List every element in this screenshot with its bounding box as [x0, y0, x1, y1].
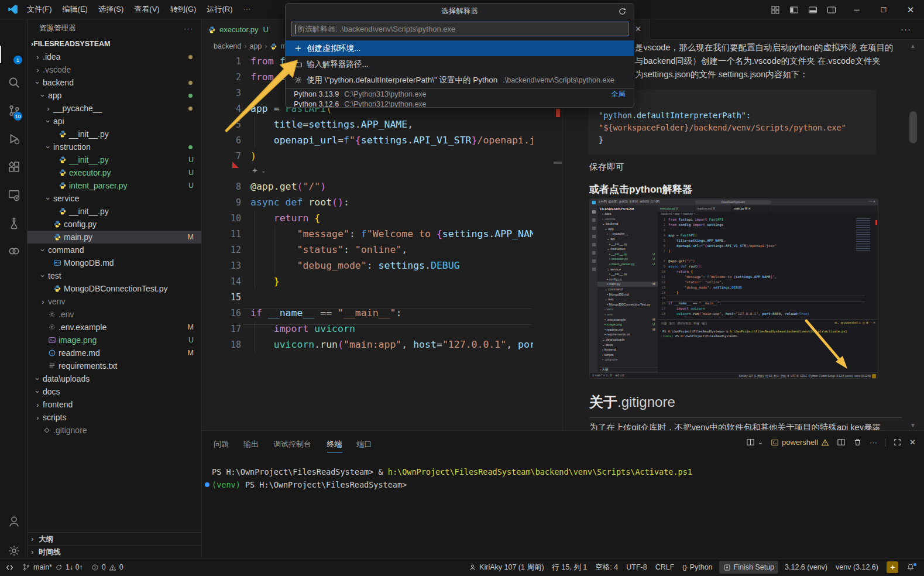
close-button[interactable]: ✕ [897, 0, 924, 19]
quickpick-item-0[interactable]: 创建虚拟环境... [286, 40, 634, 56]
editor-actions-icon[interactable]: ··· [901, 24, 911, 34]
tree-item-image.png[interactable]: image.pngU [28, 334, 201, 347]
quickpick-interpreter-1[interactable]: Python 3.12.6C:\Python312\python.exe [286, 100, 634, 108]
close-panel-icon[interactable]: ✕ [909, 438, 916, 447]
code-line-15[interactable]: 15 [202, 289, 250, 305]
activity-remote-explorer[interactable] [0, 186, 28, 204]
tree-item-instruction[interactable]: ›instruction [28, 140, 201, 153]
layout-customize-icon[interactable] [771, 5, 780, 15]
scroll-up-icon[interactable]: ▲ [910, 43, 916, 49]
code-line-11[interactable]: 11 "message": f"Welcome to {settings.APP… [202, 226, 533, 242]
remote-indicator[interactable] [1, 558, 18, 576]
tree-root[interactable]: › FILESREADSYSTEAM [28, 37, 201, 50]
panel-tab-终端[interactable]: 终端 [327, 437, 342, 452]
code-line-3[interactable]: 3 [202, 85, 250, 101]
panel-tab-调试控制台[interactable]: 调试控制台 [273, 437, 311, 452]
tree-item-service[interactable]: ›service [28, 192, 201, 205]
code-line-9[interactable]: 9async def root(): [202, 194, 349, 210]
branch-indicator[interactable]: main* 1↓ 0↑ [18, 558, 87, 576]
quickpick-item-2[interactable]: 使用 \"python.defaultInterpreterPath\" 设置中… [286, 72, 634, 88]
tree-item-data_uploads[interactable]: ›data\uploads [28, 372, 201, 385]
tree-item-__init__.py[interactable]: __init__.pyU [28, 153, 201, 166]
tree-item-MongoDBConnectionTest.py[interactable]: MongoDBConnectionTest.py [28, 282, 201, 295]
more-actions-icon[interactable]: ··· [870, 438, 877, 447]
code-line-8[interactable]: 8@app.get("/") [202, 179, 326, 194]
chevron-down-icon[interactable]: ⌄ [758, 438, 763, 446]
tree-item-main.py[interactable]: main.pyM [28, 231, 201, 244]
tree-item-.env.example[interactable]: .env.exampleM [28, 321, 201, 334]
code-line-10[interactable]: 10 return { [202, 210, 320, 226]
status--4[interactable]: 空格: 4 [591, 558, 622, 576]
tree-item-venv[interactable]: ›venv [28, 295, 201, 308]
tree-item-requirements.txt[interactable]: requirements.txt [28, 359, 201, 372]
quickpick-item-1[interactable]: 输入解释器路径... [286, 56, 634, 72]
menu-5[interactable]: 运行(R) [201, 4, 238, 15]
quickpick-interpreter-0[interactable]: Python 3.13.9C:\Python313\python.exe全局 [286, 90, 634, 100]
panel-tab-端口[interactable]: 端口 [357, 437, 372, 452]
menu-1[interactable]: 编辑(E) [57, 4, 93, 15]
menu-0[interactable]: 文件(F) [22, 4, 57, 15]
status-finish-setup[interactable]: Finish Setup [719, 561, 778, 574]
maximize-panel-icon[interactable] [893, 438, 902, 447]
status-3-12-6-venv-[interactable]: 3.12.6 (venv) [781, 558, 832, 576]
tree-item-backend[interactable]: ›backend [28, 76, 201, 89]
menu-4[interactable]: 转到(G) [165, 4, 202, 15]
tree-item-MongoDB.md[interactable]: MongoDB.md [28, 256, 201, 269]
tab-close-icon[interactable]: ✕ [635, 25, 641, 33]
menu-more[interactable]: ··· [238, 4, 256, 15]
activity-extensions[interactable] [0, 158, 28, 176]
tree-item-scripts[interactable]: ›scripts [28, 411, 201, 424]
preview-scrollbar[interactable] [909, 111, 917, 143]
tree-item-docs[interactable]: ›docs [28, 385, 201, 398]
code-line-5[interactable]: 5 title=settings.APP_NAME, [202, 116, 413, 132]
kill-terminal-icon[interactable] [853, 438, 862, 447]
status-python[interactable]: {}Python [678, 558, 716, 576]
split-terminal-icon[interactable] [837, 438, 846, 447]
activity-settings[interactable] [0, 542, 28, 560]
scroll-down-icon[interactable]: ▼ [910, 422, 916, 428]
code-line-14[interactable]: 14 } [202, 273, 280, 289]
tree-item-test[interactable]: ›test [28, 269, 201, 282]
tree-item-app[interactable]: ›app [28, 89, 201, 102]
tree-item-readme.md[interactable]: readme.mdM [28, 347, 201, 359]
tree-item-.env[interactable]: .env [28, 308, 201, 321]
panel-tab-输出[interactable]: 输出 [243, 437, 259, 452]
activity-run-debug[interactable] [0, 130, 28, 148]
tree-item-api[interactable]: ›api [28, 115, 201, 128]
menu-3[interactable]: 查看(V) [129, 4, 164, 15]
timeline-section[interactable]: ›时间线 [28, 545, 201, 558]
status-utf-8[interactable]: UTF-8 [622, 558, 651, 576]
tree-item-.vscode[interactable]: ›.vscode [28, 63, 201, 76]
status-crlf[interactable]: CRLF [651, 558, 679, 576]
inline-chat-widget[interactable]: ⌄ [251, 167, 266, 174]
code-line-13[interactable]: 13 "debug_mode": settings.DEBUG [202, 258, 460, 273]
tree-item-executor.py[interactable]: executor.pyU [28, 166, 201, 179]
activity-account[interactable] [0, 513, 28, 530]
status-bell[interactable] [902, 558, 920, 576]
status-kiriaky-107-1-[interactable]: KiriAky 107 (1 周前) [465, 558, 548, 576]
activity-extension-tool[interactable] [0, 242, 28, 260]
status-gold[interactable] [882, 558, 902, 576]
outline-section[interactable]: ›大纲 [28, 532, 201, 546]
code-line-12[interactable]: 12 "status": "online", [202, 242, 407, 258]
tree-item-intent_parser.py[interactable]: intent_parser.pyU [28, 179, 201, 192]
tree-item-__init__.py[interactable]: __init__.py [28, 128, 201, 140]
tree-item-__init__.py[interactable]: __init__.py [28, 205, 201, 218]
tree-item-frontend[interactable]: ›frontend [28, 398, 201, 411]
tree-item-config.py[interactable]: config.py [28, 218, 201, 231]
toggle-sidebar-icon[interactable] [789, 5, 799, 15]
code-line-7[interactable]: 7) [202, 148, 256, 164]
sidebar-actions-icon[interactable]: ··· [184, 24, 193, 33]
minimize-button[interactable]: ─ [843, 0, 870, 19]
status-venv-3-12-6-[interactable]: venv (3.12.6) [832, 558, 882, 576]
command-decoration-dot[interactable] [205, 482, 209, 487]
activity-testing[interactable] [0, 214, 28, 232]
terminal-tab[interactable]: powershell [771, 438, 829, 447]
maximize-button[interactable]: ☐ [870, 0, 897, 19]
problems-indicator[interactable]: 0 0 [87, 558, 128, 576]
menu-2[interactable]: 选择(S) [93, 4, 129, 15]
tree-item-.idea[interactable]: ›.idea [28, 50, 201, 63]
toggle-secondary-sidebar-icon[interactable] [827, 5, 836, 15]
code-line-18[interactable]: 18 uvicorn.run("main:app", host="127.0.0… [202, 337, 533, 352]
tree-item-command[interactable]: ›command [28, 244, 201, 256]
